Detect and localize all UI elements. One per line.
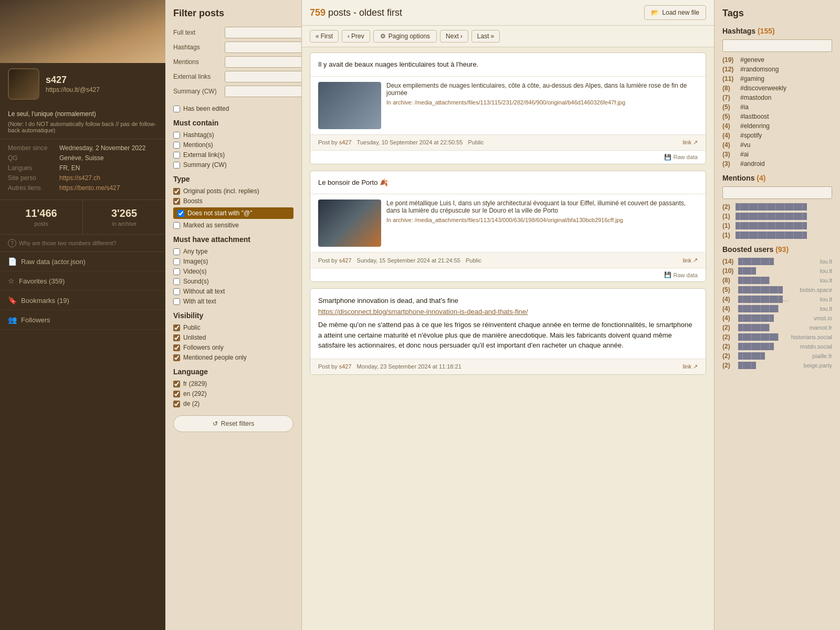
marked-sensitive-checkbox[interactable] [173, 222, 180, 229]
boosted-user-item[interactable]: (2)███████mamot.fr [722, 324, 832, 331]
without-alt-checkbox[interactable] [173, 288, 180, 295]
post-link-2[interactable]: link ↗ [682, 257, 698, 264]
autres-liens-link[interactable]: https://bento.me/s427 [59, 184, 120, 192]
site-perso-link[interactable]: https://s427.ch [59, 174, 100, 182]
post-footer-right-2: link ↗ [682, 257, 698, 264]
mentions-section-title: Mentions (4) [722, 174, 832, 182]
mention-item[interactable]: (1)████████████████ [722, 213, 832, 220]
first-button[interactable]: « First [310, 30, 339, 43]
boosted-user-item[interactable]: (4)█████████lou.lt [722, 305, 832, 312]
hashtags-checkbox[interactable] [173, 132, 180, 139]
unlisted-checkbox[interactable] [173, 334, 180, 341]
load-new-file-button[interactable]: 📂 Load new file [644, 5, 706, 20]
why-different[interactable]: ? Why are those two numbers different? [0, 235, 165, 252]
boosted-user-item[interactable]: (4)████████████lou.lt [722, 296, 832, 303]
summary-label: Summary (CW) [173, 88, 220, 95]
hashtag-item[interactable]: (12)#randomsong [722, 66, 832, 73]
reset-filters-button[interactable]: ↺ Reset filters [173, 415, 293, 432]
posts-content: Il y avait de beaux nuages lenticulaires… [302, 47, 714, 630]
post-author-link-2[interactable]: s427 [339, 257, 352, 264]
external-links-checkbox[interactable] [173, 152, 180, 159]
public-label: Public [183, 324, 201, 331]
nav-raw-data[interactable]: 📄 Raw data (actor.json) [0, 252, 165, 271]
raw-data-btn-1[interactable]: 💾 Raw data [664, 154, 698, 161]
with-alt-checkbox[interactable] [173, 298, 180, 305]
boosts-checkbox[interactable] [173, 198, 180, 205]
hashtags-input[interactable] [225, 41, 302, 53]
full-text-input[interactable] [225, 27, 302, 38]
boosted-user-item[interactable]: (14)████████lou.lt [722, 258, 832, 265]
any-type-checkbox[interactable] [173, 248, 180, 255]
post-link-3[interactable]: link ↗ [682, 363, 698, 370]
profile-link[interactable]: https://lou.lt/@s427 [46, 86, 100, 93]
hashtag-item[interactable]: (5)#lastboost [722, 113, 832, 120]
public-checkbox[interactable] [173, 324, 180, 331]
boosted-user-item[interactable]: (2)████████mstdn.social [722, 343, 832, 350]
sound-checkbox[interactable] [173, 278, 180, 285]
followers-only-row: Followers only [173, 344, 293, 351]
hashtag-item[interactable]: (5)#ia [722, 103, 832, 111]
hashtag-item[interactable]: (8)#discoverweekly [722, 85, 832, 92]
nav-followers[interactable]: 👥 Followers [0, 310, 165, 330]
does-not-start-checkbox[interactable] [177, 210, 184, 217]
post-footer-left-3: Post by s427 Monday, 23 September 2024 a… [318, 363, 461, 370]
hashtag-item[interactable]: (7)#mastodon [722, 94, 832, 101]
paging-options-button[interactable]: ⚙ Paging options [373, 30, 437, 43]
post-body-1: Deux empilements de nuages lenticulaires… [310, 77, 706, 135]
tags-panel: Tags Hashtags (155) (19)#geneve(12)#rand… [714, 0, 840, 630]
summary-checkbox[interactable] [173, 162, 180, 169]
lang-fr-checkbox[interactable] [173, 381, 180, 387]
nav-bookmarks[interactable]: 🔖 Bookmarks (19) [0, 291, 165, 310]
mention-item[interactable]: (2)████████████████ [722, 203, 832, 211]
has-been-edited-checkbox[interactable] [173, 106, 180, 112]
hashtag-item[interactable]: (3)#android [722, 160, 832, 167]
followers-only-checkbox[interactable] [173, 344, 180, 351]
post-author-link-1[interactable]: s427 [339, 139, 352, 145]
boosted-user-item[interactable]: (4)████████vmst.io [722, 314, 832, 322]
nav-favorites[interactable]: ☆ Favorites (359) [0, 271, 165, 291]
mentioned-only-checkbox[interactable] [173, 354, 180, 361]
mention-item[interactable]: (1)████████████████ [722, 232, 832, 239]
mentions-search-input[interactable] [722, 186, 832, 199]
hashtag-item[interactable]: (4)#spotify [722, 132, 832, 139]
profile-bio: Le seul, l'unique (normalement) (Note: I… [0, 105, 165, 139]
does-not-start-row[interactable]: Does not start with "@" [173, 207, 293, 219]
filter-full-text-row: Full text [173, 27, 293, 38]
filter-text-fields: Full text Hashtags Mentions External lin… [173, 27, 293, 97]
lang-de-checkbox[interactable] [173, 401, 180, 407]
hashtag-item[interactable]: (11)#gaming [722, 75, 832, 82]
boosted-user-item[interactable]: (2)█████████historians.social [722, 333, 832, 341]
lang-en-checkbox[interactable] [173, 391, 180, 397]
last-button[interactable]: Last » [471, 30, 500, 43]
sound-label: Sound(s) [183, 278, 209, 285]
mentions-checkbox[interactable] [173, 142, 180, 149]
post-date-3: Monday, 23 September 2024 at 11:18:21 [357, 363, 461, 370]
boosted-user-item[interactable]: (10)████lou.lt [722, 267, 832, 275]
post-url-link-3[interactable]: https://disconnect.blog/smartphone-innov… [318, 308, 528, 316]
raw-data-btn-2[interactable]: 💾 Raw data [664, 271, 698, 278]
avatar [8, 68, 39, 100]
boosted-user-item[interactable]: (2)██████piaille.fr [722, 352, 832, 360]
hashtag-item[interactable]: (4)#vu [722, 141, 832, 149]
post-link-1[interactable]: link ↗ [682, 139, 698, 146]
summary-input[interactable] [225, 86, 302, 97]
images-checkbox[interactable] [173, 258, 180, 265]
post-author-link-3[interactable]: s427 [339, 363, 352, 370]
post-author-2: Post by s427 [318, 257, 352, 264]
boosted-user-item[interactable]: (5)██████████botsin.space [722, 286, 832, 293]
original-posts-checkbox[interactable] [173, 188, 180, 195]
hashtag-item[interactable]: (19)#geneve [722, 56, 832, 64]
hashtag-item[interactable]: (4)#eldenring [722, 122, 832, 130]
next-button[interactable]: Next › [440, 30, 468, 43]
mentions-input[interactable] [225, 56, 302, 68]
external-links-input[interactable] [225, 71, 302, 82]
boosted-user-item[interactable]: (2)████beige.party [722, 362, 832, 369]
hashtags-section-title: Hashtags (155) [722, 27, 832, 35]
hashtag-item[interactable]: (3)#ai [722, 151, 832, 158]
hashtags-search-input[interactable] [722, 39, 832, 52]
video-row: Video(s) [173, 268, 293, 275]
video-checkbox[interactable] [173, 268, 180, 275]
prev-button[interactable]: ‹ Prev [342, 30, 370, 43]
mention-item[interactable]: (1)████████████████ [722, 222, 832, 229]
boosted-user-item[interactable]: (8)███████lou.lt [722, 277, 832, 284]
